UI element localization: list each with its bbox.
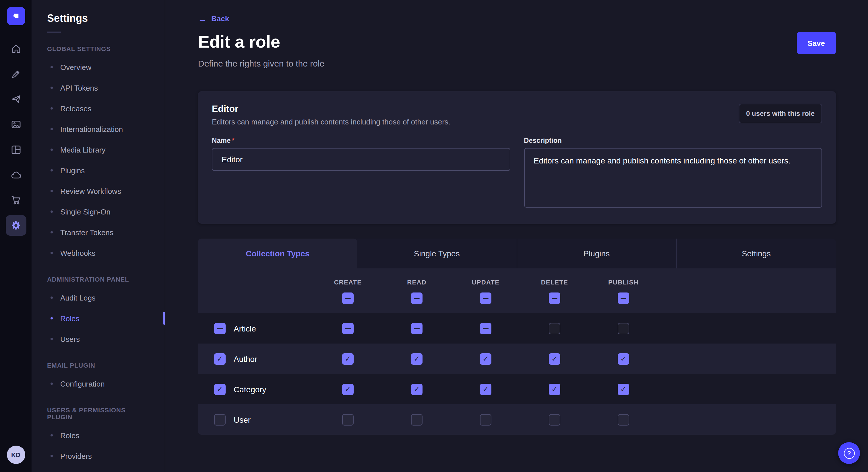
create-checkbox[interactable] — [342, 414, 353, 425]
title-divider — [47, 32, 61, 33]
sidebar-item[interactable]: Users — [32, 329, 165, 349]
sidebar-item-label: Providers — [60, 452, 92, 460]
permission-column-label: READ — [407, 279, 427, 285]
content-manager-icon[interactable] — [5, 64, 26, 84]
delete-checkbox[interactable] — [549, 353, 560, 365]
sidebar-section-items: Overview API Tokens Releases — [32, 57, 165, 263]
strapi-logo-icon — [11, 11, 21, 21]
permissions-tab[interactable]: Collection Types — [198, 239, 358, 268]
delete-cell — [520, 323, 589, 334]
rail-icon-list — [5, 38, 26, 236]
content-type-label: Article — [234, 324, 256, 333]
sidebar-section-title: GLOBAL SETTINGS — [47, 45, 150, 52]
content-type-builder-icon[interactable] — [5, 139, 26, 160]
sidebar-item[interactable]: Providers — [32, 446, 165, 466]
read-cell — [382, 414, 451, 425]
sidebar-item[interactable]: Roles — [32, 425, 165, 446]
row-select-checkbox[interactable] — [214, 414, 226, 425]
question-mark-icon: ? — [844, 448, 855, 459]
permissions-tab[interactable]: Plugins — [516, 239, 676, 268]
sidebar-item[interactable]: Roles — [32, 308, 165, 329]
bullet-icon — [51, 434, 53, 436]
read-checkbox[interactable] — [411, 383, 423, 395]
select-all-checkbox[interactable] — [618, 293, 629, 304]
permission-column-label: DELETE — [541, 279, 568, 285]
select-all-checkbox[interactable] — [411, 293, 423, 304]
read-checkbox[interactable] — [411, 323, 423, 334]
create-cell — [313, 414, 382, 425]
sidebar-item-label: Overview — [60, 63, 91, 71]
home-icon[interactable] — [5, 38, 26, 59]
sidebar-item[interactable]: API Tokens — [32, 77, 165, 98]
select-all-checkbox[interactable] — [549, 293, 560, 304]
read-checkbox[interactable] — [411, 414, 423, 425]
publish-checkbox[interactable] — [618, 353, 629, 365]
description-input[interactable]: Editors can manage and publish contents … — [524, 148, 822, 208]
sidebar-section: GLOBAL SETTINGS Overview API Tokens — [32, 45, 165, 263]
permissions-tab[interactable]: Single Types — [358, 239, 517, 268]
save-button[interactable]: Save — [797, 32, 836, 54]
sidebar-item[interactable]: Transfer Tokens — [32, 222, 165, 243]
permission-column-header: PUBLISH — [589, 279, 658, 304]
sidebar-item[interactable]: Plugins — [32, 160, 165, 181]
main-content: ← Back Edit a role Save Define the right… — [165, 0, 868, 472]
main-nav-rail: KD — [0, 0, 32, 472]
sidebar-item-label: Internationalization — [60, 125, 123, 133]
sidebar-item[interactable]: Configuration — [32, 373, 165, 394]
permissions-tab[interactable]: Settings — [676, 239, 836, 268]
bullet-icon — [51, 252, 53, 254]
sidebar-item[interactable]: Internationalization — [32, 119, 165, 139]
delete-checkbox[interactable] — [549, 323, 560, 334]
sidebar-item-label: Media Library — [60, 145, 105, 154]
sidebar-item[interactable]: Review Workflows — [32, 181, 165, 201]
settings-icon[interactable] — [5, 215, 26, 236]
read-checkbox[interactable] — [411, 353, 423, 365]
media-library-icon[interactable] — [5, 114, 26, 135]
select-all-checkbox[interactable] — [480, 293, 491, 304]
delete-checkbox[interactable] — [549, 414, 560, 425]
delete-checkbox[interactable] — [549, 383, 560, 395]
row-select-checkbox[interactable] — [214, 323, 226, 334]
strapi-logo[interactable] — [7, 7, 25, 25]
update-checkbox[interactable] — [480, 353, 491, 365]
update-checkbox[interactable] — [480, 414, 491, 425]
select-all-checkbox[interactable] — [342, 293, 353, 304]
create-checkbox[interactable] — [342, 353, 353, 365]
publish-checkbox[interactable] — [618, 383, 629, 395]
publish-checkbox[interactable] — [618, 414, 629, 425]
sidebar-item[interactable]: Overview — [32, 57, 165, 77]
sidebar-item[interactable]: Audit Logs — [32, 287, 165, 308]
name-input[interactable] — [212, 148, 510, 171]
sidebar-item[interactable]: Webhooks — [32, 243, 165, 263]
update-checkbox[interactable] — [480, 383, 491, 395]
sidebar-item-label: Transfer Tokens — [60, 228, 113, 237]
sidebar-item-label: Configuration — [60, 379, 105, 388]
sidebar-item-label: Review Workflows — [60, 187, 121, 195]
bullet-icon — [51, 66, 53, 68]
row-select-checkbox[interactable] — [214, 353, 226, 365]
description-label: Description — [524, 136, 822, 144]
help-button[interactable]: ? — [838, 442, 860, 464]
update-checkbox[interactable] — [480, 323, 491, 334]
read-cell — [382, 353, 451, 365]
read-cell — [382, 323, 451, 334]
sidebar-item[interactable]: Releases — [32, 98, 165, 119]
update-cell — [451, 353, 520, 365]
row-select-checkbox[interactable] — [214, 383, 226, 395]
publish-checkbox[interactable] — [618, 323, 629, 334]
publish-cell — [589, 414, 658, 425]
avatar[interactable]: KD — [7, 446, 25, 464]
back-arrow-icon: ← — [198, 14, 207, 23]
sidebar-section: ADMINISTRATION PANEL Audit Logs Roles — [32, 276, 165, 349]
sidebar-item[interactable]: Media Library — [32, 139, 165, 160]
back-link[interactable]: ← Back — [198, 14, 229, 23]
cloud-icon[interactable] — [5, 165, 26, 185]
marketplace-icon[interactable] — [5, 190, 26, 210]
bullet-icon — [51, 87, 53, 89]
create-checkbox[interactable] — [342, 323, 353, 334]
bullet-icon — [51, 297, 53, 299]
sidebar-item[interactable]: Single Sign-On — [32, 201, 165, 222]
paper-plane-icon[interactable] — [5, 89, 26, 109]
users-with-role-badge[interactable]: 0 users with this role — [739, 104, 822, 123]
create-checkbox[interactable] — [342, 383, 353, 395]
